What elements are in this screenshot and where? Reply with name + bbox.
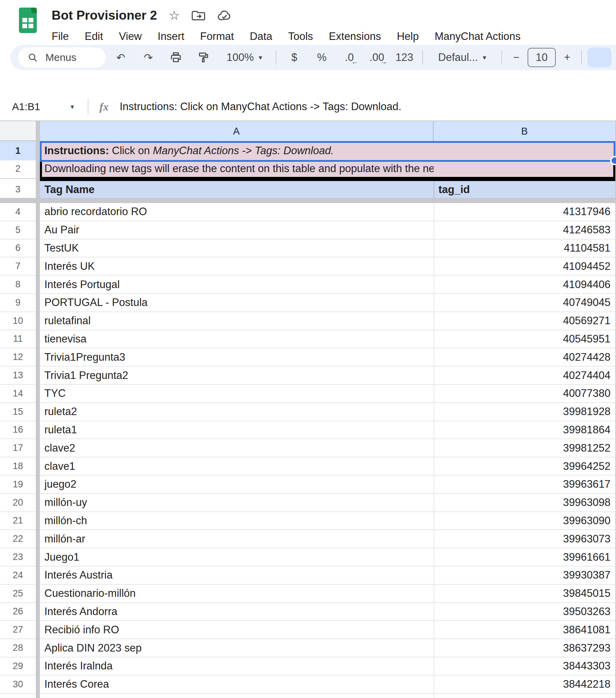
tag-name-cell[interactable]: Au Pair bbox=[40, 221, 434, 239]
row-header[interactable]: 12 bbox=[0, 348, 36, 366]
print-button[interactable] bbox=[163, 47, 188, 67]
tag-id-cell[interactable] bbox=[434, 694, 615, 698]
menu-file[interactable]: File bbox=[52, 30, 69, 43]
tag-name-cell[interactable]: Interés UK bbox=[40, 257, 434, 275]
tag-id-cell[interactable]: 39961661 bbox=[434, 548, 615, 566]
row-header[interactable]: 10 bbox=[0, 312, 36, 330]
column-header-a[interactable]: A bbox=[40, 121, 434, 141]
paint-format-button[interactable] bbox=[191, 47, 216, 67]
menu-manychat-actions[interactable]: ManyChat Actions bbox=[435, 30, 521, 43]
decrease-decimal-button[interactable]: .0 ← bbox=[337, 47, 362, 67]
tag-id-cell[interactable]: 39503263 bbox=[434, 603, 615, 621]
tag-name-cell[interactable]: tienevisa bbox=[40, 330, 434, 348]
tag-name-cell[interactable]: Recibió info RO bbox=[40, 621, 434, 638]
increase-font-size-button[interactable]: + bbox=[559, 47, 576, 67]
row-header[interactable]: 20 bbox=[0, 494, 36, 511]
cell-b3-tag-id-header[interactable]: tag_id bbox=[434, 181, 615, 198]
tag-id-cell[interactable]: 39963617 bbox=[434, 476, 615, 493]
tag-id-cell[interactable]: 39930387 bbox=[434, 567, 615, 584]
row-header[interactable]: 16 bbox=[0, 421, 36, 439]
row-header-2[interactable]: 2 bbox=[0, 160, 36, 177]
tag-id-cell[interactable]: 40077380 bbox=[434, 385, 615, 402]
row-header[interactable]: 15 bbox=[0, 403, 36, 421]
tag-name-cell[interactable] bbox=[40, 694, 434, 698]
tag-name-cell[interactable]: Interés Austria bbox=[40, 567, 434, 584]
tag-id-cell[interactable]: 41094406 bbox=[434, 276, 615, 293]
row-header[interactable]: 25 bbox=[0, 585, 36, 602]
menu-format[interactable]: Format bbox=[200, 30, 234, 43]
tag-id-cell[interactable]: 39981864 bbox=[434, 421, 615, 439]
row-header[interactable]: 8 bbox=[0, 276, 36, 293]
zoom-control[interactable]: 100% ▾ bbox=[219, 47, 270, 67]
row-header[interactable]: 7 bbox=[0, 257, 36, 275]
row-header[interactable]: 19 bbox=[0, 476, 36, 493]
move-folder-icon[interactable] bbox=[192, 10, 205, 21]
document-title[interactable]: Bot Provisioner 2 bbox=[52, 8, 157, 23]
decrease-font-size-button[interactable]: − bbox=[508, 47, 525, 67]
tag-id-cell[interactable]: 38641081 bbox=[434, 621, 615, 638]
tag-id-cell[interactable]: 39845015 bbox=[434, 585, 615, 602]
cell-a2[interactable]: Downloading new tags will erase the cont… bbox=[40, 160, 434, 177]
tag-id-cell[interactable]: 40749045 bbox=[434, 294, 615, 311]
tag-name-cell[interactable]: Interés Andorra bbox=[40, 603, 434, 621]
tag-id-cell[interactable]: 38442218 bbox=[434, 676, 615, 693]
tag-id-cell[interactable]: 39963098 bbox=[434, 494, 615, 511]
tag-id-cell[interactable]: 39981252 bbox=[434, 439, 615, 457]
row-header[interactable]: 27 bbox=[0, 621, 36, 638]
tag-name-cell[interactable]: Interés Portugal bbox=[40, 276, 434, 293]
tag-id-cell[interactable]: 39963073 bbox=[434, 530, 615, 548]
name-box-caret-icon[interactable]: ▾ bbox=[71, 103, 74, 111]
tag-id-cell[interactable]: 39963090 bbox=[434, 512, 615, 530]
row-header[interactable]: 5 bbox=[0, 221, 36, 239]
tag-name-cell[interactable]: Trivia1 Pregunta2 bbox=[40, 367, 434, 384]
row-header[interactable]: 17 bbox=[0, 439, 36, 457]
tag-id-cell[interactable]: 41104581 bbox=[434, 240, 615, 257]
tag-id-cell[interactable]: 41246583 bbox=[434, 221, 615, 239]
tag-name-cell[interactable]: millón-ar bbox=[40, 530, 434, 548]
row-header[interactable] bbox=[0, 694, 36, 698]
tag-id-cell[interactable]: 40569271 bbox=[434, 312, 615, 330]
format-currency-button[interactable]: $ bbox=[282, 47, 307, 67]
tag-name-cell[interactable]: clave2 bbox=[40, 439, 434, 457]
row-header[interactable]: 23 bbox=[0, 548, 36, 566]
row-header[interactable]: 28 bbox=[0, 639, 36, 657]
menu-data[interactable]: Data bbox=[250, 30, 272, 43]
tag-name-cell[interactable]: clave1 bbox=[40, 457, 434, 475]
tag-id-cell[interactable]: 38637293 bbox=[434, 639, 615, 657]
undo-button[interactable]: ↶ bbox=[108, 47, 133, 67]
bold-button-partial[interactable] bbox=[587, 47, 612, 67]
tag-id-cell[interactable]: 39964252 bbox=[434, 457, 615, 475]
menu-help[interactable]: Help bbox=[397, 30, 419, 43]
star-icon[interactable]: ☆ bbox=[169, 9, 180, 22]
row-header[interactable]: 13 bbox=[0, 367, 36, 384]
tag-name-cell[interactable]: Juego1 bbox=[40, 548, 434, 566]
tag-id-cell[interactable]: 41317946 bbox=[434, 203, 615, 221]
tag-name-cell[interactable]: millón-ch bbox=[40, 512, 434, 530]
tag-name-cell[interactable]: Cuestionario-millón bbox=[40, 585, 434, 602]
row-header[interactable]: 18 bbox=[0, 457, 36, 475]
more-formats-button[interactable]: 123 bbox=[392, 47, 417, 67]
tag-id-cell[interactable]: 40545951 bbox=[434, 330, 615, 348]
tag-name-cell[interactable]: ruletafinal bbox=[40, 312, 434, 330]
tag-name-cell[interactable]: PORTUGAL - Postula bbox=[40, 294, 434, 311]
tag-name-cell[interactable]: millón-uy bbox=[40, 494, 434, 511]
menu-tools[interactable]: Tools bbox=[288, 30, 313, 43]
tag-name-cell[interactable]: ruleta1 bbox=[40, 421, 434, 439]
row-header[interactable]: 30 bbox=[0, 676, 36, 693]
row-header-3[interactable]: 3 bbox=[0, 181, 36, 198]
name-box[interactable]: A1:B1 bbox=[0, 101, 71, 113]
format-percent-button[interactable]: % bbox=[309, 47, 334, 67]
formula-input[interactable]: Instructions: Click on ManyChat Actions … bbox=[120, 101, 402, 113]
frozen-rows-bar[interactable] bbox=[0, 198, 616, 203]
tag-name-cell[interactable]: juego2 bbox=[40, 476, 434, 493]
tag-id-cell[interactable]: 38443303 bbox=[434, 657, 615, 675]
tag-name-cell[interactable]: TYC bbox=[40, 385, 434, 402]
menu-view[interactable]: View bbox=[119, 30, 142, 43]
tag-id-cell[interactable]: 39981928 bbox=[434, 403, 615, 421]
tag-name-cell[interactable]: Aplica DIN 2023 sep bbox=[40, 639, 434, 657]
row-header[interactable]: 24 bbox=[0, 567, 36, 584]
row-header[interactable]: 21 bbox=[0, 512, 36, 530]
tag-name-cell[interactable]: Interés Iralnda bbox=[40, 657, 434, 675]
row-header[interactable]: 22 bbox=[0, 530, 36, 548]
row-header[interactable]: 14 bbox=[0, 385, 36, 402]
